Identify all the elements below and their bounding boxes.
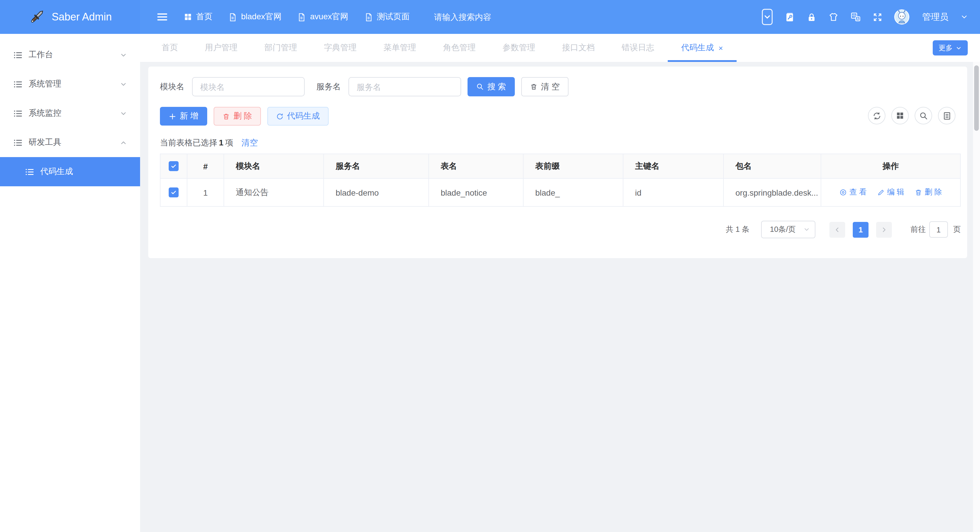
- topnav-item-test-page[interactable]: 测试页面: [364, 12, 409, 22]
- module-name-label: 模块名: [160, 81, 185, 92]
- filter-form: 模块名 服务名 搜 索 清 空: [160, 77, 574, 96]
- sidebar-collapse-button[interactable]: [156, 11, 168, 23]
- refresh-table-button[interactable]: [868, 107, 885, 124]
- chevron-down-icon: [956, 45, 962, 51]
- next-page-button[interactable]: [876, 221, 892, 237]
- menu-list-icon: [13, 108, 23, 118]
- column-header-service: 服务名: [324, 154, 429, 178]
- sidebar-item-system-management[interactable]: 系统管理: [0, 70, 140, 99]
- page-size-select[interactable]: 10条/页: [761, 221, 815, 238]
- topnav-item-avuex[interactable]: avuex官网: [298, 12, 348, 22]
- scrollbar-track[interactable]: [973, 62, 980, 532]
- generate-code-button[interactable]: 代码生成: [267, 107, 329, 126]
- clear-filters-button[interactable]: 清 空: [521, 77, 568, 96]
- prev-page-button[interactable]: [829, 221, 845, 237]
- module-name-input[interactable]: [192, 77, 305, 96]
- chevron-down-icon: [803, 226, 810, 233]
- search-button[interactable]: 搜 索: [468, 77, 515, 96]
- tab-code-generation[interactable]: 代码生成 ×: [668, 34, 736, 62]
- user-avatar[interactable]: [894, 10, 909, 24]
- tab-menu-management[interactable]: 菜单管理: [370, 34, 430, 62]
- menu-list-icon: [24, 167, 35, 177]
- sidebar-item-system-monitor[interactable]: 系统监控: [0, 99, 140, 128]
- debug-tool-icon[interactable]: [784, 12, 795, 22]
- menu-list-icon: [13, 50, 23, 60]
- table-tools: [868, 107, 956, 124]
- service-name-input[interactable]: [348, 77, 461, 96]
- tab-user-management[interactable]: 用户管理: [191, 34, 251, 62]
- search-icon: [476, 83, 484, 91]
- data-table: # 模块名 服务名 表名 表前缀 主键名 包名 操作: [160, 154, 961, 207]
- delete-button[interactable]: 删 除: [214, 107, 261, 126]
- tab-role-management[interactable]: 角色管理: [430, 34, 489, 62]
- header-search: [434, 12, 527, 22]
- topnav-label: avuex官网: [310, 12, 348, 22]
- topnav-item-home[interactable]: 首页: [184, 12, 212, 22]
- view-icon: [839, 189, 847, 196]
- plus-icon: [169, 112, 176, 120]
- sidebar-item-label: 研发工具: [29, 137, 61, 148]
- tabs-more-button[interactable]: 更多: [933, 40, 968, 56]
- tab-dictionary-management[interactable]: 字典管理: [310, 34, 370, 62]
- lock-icon[interactable]: [807, 12, 816, 22]
- select-all-checkbox[interactable]: [169, 161, 178, 171]
- row-checkbox-cell: [160, 178, 187, 206]
- chevron-up-icon: [120, 139, 127, 146]
- tab-home[interactable]: 首页: [148, 34, 191, 62]
- add-button[interactable]: 新 增: [160, 107, 207, 126]
- header-checkbox-cell: [160, 154, 187, 178]
- user-menu-chevron-down-icon[interactable]: [960, 13, 968, 21]
- delete-row-link[interactable]: 删 除: [915, 187, 942, 198]
- sidebar-item-workbench[interactable]: 工作台: [0, 40, 140, 70]
- user-name[interactable]: 管理员: [922, 11, 948, 22]
- tab-parameter-management[interactable]: 参数管理: [489, 34, 549, 62]
- table-row[interactable]: 1 通知公告 blade-demo blade_notice blade_ id…: [160, 178, 961, 206]
- chevron-left-icon: [834, 226, 841, 233]
- grid-icon: [896, 111, 904, 120]
- page-number-button[interactable]: 1: [853, 221, 869, 237]
- column-header-index: #: [187, 154, 224, 178]
- app-title: Saber Admin: [52, 11, 112, 23]
- row-checkbox[interactable]: [169, 188, 178, 198]
- edit-icon: [877, 189, 885, 196]
- sidebar-item-code-generation[interactable]: 代码生成: [0, 157, 140, 186]
- cell-module: 通知公告: [224, 178, 324, 206]
- tab-department-management[interactable]: 部门管理: [251, 34, 310, 62]
- edit-row-link[interactable]: 编 辑: [877, 187, 904, 198]
- chevron-down-icon: [120, 80, 127, 88]
- refresh-icon: [276, 112, 284, 120]
- view-row-link[interactable]: 查 看: [839, 187, 867, 198]
- topnav-item-bladex[interactable]: bladex官网: [228, 12, 282, 22]
- column-header-actions: 操作: [821, 154, 961, 178]
- column-header-package: 包名: [724, 154, 821, 178]
- top-header: Saber Admin 首页: [0, 0, 980, 34]
- close-icon[interactable]: ×: [719, 44, 723, 52]
- grid-size-button[interactable]: [891, 107, 909, 124]
- open-tabs-bar: 首页 用户管理 部门管理 字典管理 菜单管理 角色管理 参数管理 接口文档 错误…: [140, 34, 980, 62]
- code-generation-panel: 模块名 服务名 搜 索 清 空: [148, 67, 967, 258]
- tab-error-log[interactable]: 错误日志: [608, 34, 668, 62]
- header-search-input[interactable]: [434, 12, 527, 22]
- goto-page-input[interactable]: [929, 221, 948, 238]
- collapse-panel-button[interactable]: [762, 9, 773, 25]
- service-name-label: 服务名: [317, 81, 341, 92]
- trash-icon: [530, 83, 538, 91]
- table-header-row: # 模块名 服务名 表名 表前缀 主键名 包名 操作: [160, 154, 961, 178]
- theme-shirt-icon[interactable]: [828, 12, 839, 22]
- tab-api-docs[interactable]: 接口文档: [549, 34, 608, 62]
- sidebar-item-dev-tools[interactable]: 研发工具: [0, 128, 140, 157]
- cell-service: blade-demo: [324, 178, 429, 206]
- sidebar-item-label: 系统管理: [29, 79, 61, 89]
- clear-selection-link[interactable]: 清空: [242, 138, 258, 148]
- sidebar-item-label: 工作台: [29, 49, 53, 60]
- toggle-search-button[interactable]: [915, 107, 932, 124]
- fullscreen-icon[interactable]: [873, 12, 883, 22]
- column-header-table: 表名: [429, 154, 523, 178]
- page-unit-label: 页: [953, 224, 961, 235]
- sidebar-item-label: 系统监控: [29, 108, 61, 119]
- scrollbar-thumb[interactable]: [974, 65, 979, 131]
- delete-icon: [915, 189, 922, 196]
- column-settings-button[interactable]: [938, 107, 956, 124]
- translate-icon[interactable]: 中 A: [850, 12, 861, 22]
- cell-actions: 查 看 编 辑: [821, 178, 961, 206]
